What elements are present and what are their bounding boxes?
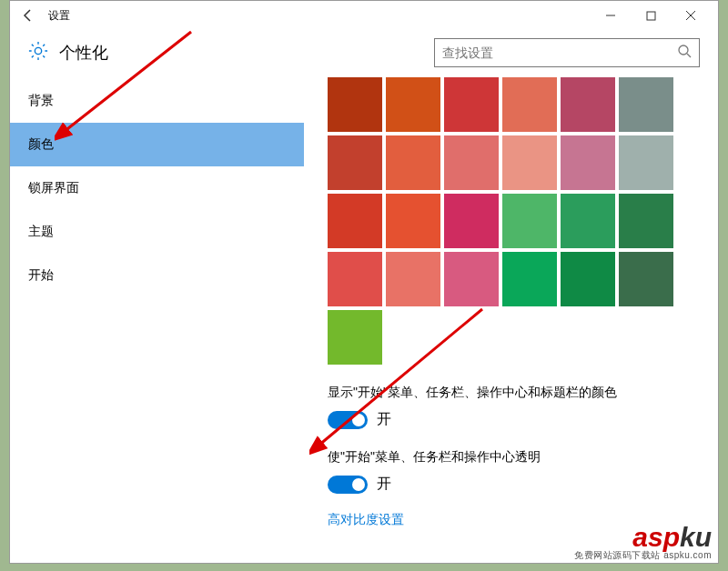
transparency-toggle-row: 开 xyxy=(328,475,718,494)
color-swatch-24[interactable] xyxy=(328,310,382,365)
color-swatch-3[interactable] xyxy=(502,77,557,132)
watermark-tagline: 免费网站源码下载站 aspku.com xyxy=(574,549,712,562)
maximize-icon xyxy=(646,11,656,21)
transparency-toggle[interactable] xyxy=(328,476,368,494)
sidebar-item-0[interactable]: 背景 xyxy=(10,79,304,123)
minimize-icon xyxy=(605,10,616,21)
color-swatch-0[interactable] xyxy=(328,77,382,132)
color-swatch-17[interactable] xyxy=(619,194,673,248)
sidebar-item-1[interactable]: 颜色 xyxy=(10,123,304,166)
minimize-button[interactable] xyxy=(591,2,631,29)
high-contrast-link[interactable]: 高对比度设置 xyxy=(328,512,404,528)
close-icon xyxy=(685,10,696,21)
color-swatch-15[interactable] xyxy=(502,194,557,248)
content-panel: 显示"开始"菜单、任务栏、操作中心和标题栏的颜色 开 使"开始"菜单、任务栏和操… xyxy=(304,75,718,563)
color-swatch-1[interactable] xyxy=(386,77,440,132)
arrow-left-icon xyxy=(21,8,35,23)
settings-window: 设置 个性化 背景颜色锁屏界面主题开始 显示"开始"菜单、任务栏、操作中心和标题… xyxy=(9,0,719,564)
color-swatch-19[interactable] xyxy=(386,252,440,306)
svg-line-3 xyxy=(687,54,691,57)
color-swatch-2[interactable] xyxy=(444,77,499,132)
window-title: 设置 xyxy=(48,8,70,24)
search-icon xyxy=(677,44,692,62)
back-button[interactable] xyxy=(17,5,39,26)
color-swatch-12[interactable] xyxy=(328,194,382,248)
transparency-state: 开 xyxy=(377,475,391,494)
transparency-label: 使"开始"菜单、任务栏和操作中心透明 xyxy=(328,449,718,466)
show-color-label: 显示"开始"菜单、任务栏、操作中心和标题栏的颜色 xyxy=(328,385,718,401)
svg-point-2 xyxy=(679,45,688,55)
show-color-state: 开 xyxy=(377,410,391,429)
color-swatch-9[interactable] xyxy=(502,135,557,190)
sidebar-item-4[interactable]: 开始 xyxy=(10,254,304,297)
search-box[interactable] xyxy=(434,38,700,67)
watermark-brand: aspku xyxy=(574,525,712,549)
color-swatch-20[interactable] xyxy=(444,252,499,306)
body: 背景颜色锁屏界面主题开始 显示"开始"菜单、任务栏、操作中心和标题栏的颜色 开 … xyxy=(10,75,718,563)
color-swatch-21[interactable] xyxy=(502,252,557,306)
page-title: 个性化 xyxy=(59,42,108,64)
titlebar: 设置 xyxy=(10,1,718,30)
color-swatch-11[interactable] xyxy=(619,135,673,190)
color-swatch-5[interactable] xyxy=(619,77,673,132)
color-swatch-16[interactable] xyxy=(561,194,615,248)
color-swatch-13[interactable] xyxy=(386,194,440,248)
color-swatch-8[interactable] xyxy=(444,135,499,190)
sidebar-item-3[interactable]: 主题 xyxy=(10,210,304,254)
close-button[interactable] xyxy=(671,2,711,29)
svg-rect-1 xyxy=(647,12,655,20)
sidebar: 背景颜色锁屏界面主题开始 xyxy=(10,75,304,563)
watermark: aspku 免费网站源码下载站 aspku.com xyxy=(574,525,712,562)
color-swatch-7[interactable] xyxy=(386,135,440,190)
color-swatch-18[interactable] xyxy=(328,252,382,306)
color-swatch-22[interactable] xyxy=(561,252,615,306)
color-swatch-4[interactable] xyxy=(561,77,615,132)
maximize-button[interactable] xyxy=(631,2,671,29)
show-color-toggle-row: 开 xyxy=(328,410,718,429)
sidebar-item-2[interactable]: 锁屏界面 xyxy=(10,166,304,210)
gear-icon xyxy=(28,41,48,65)
search-input[interactable] xyxy=(442,45,677,60)
color-swatch-6[interactable] xyxy=(328,135,382,190)
color-grid xyxy=(328,77,718,365)
color-swatch-14[interactable] xyxy=(444,194,499,248)
color-swatch-23[interactable] xyxy=(619,252,673,306)
header: 个性化 xyxy=(10,30,718,75)
show-color-toggle[interactable] xyxy=(328,411,368,429)
color-swatch-10[interactable] xyxy=(561,135,615,190)
